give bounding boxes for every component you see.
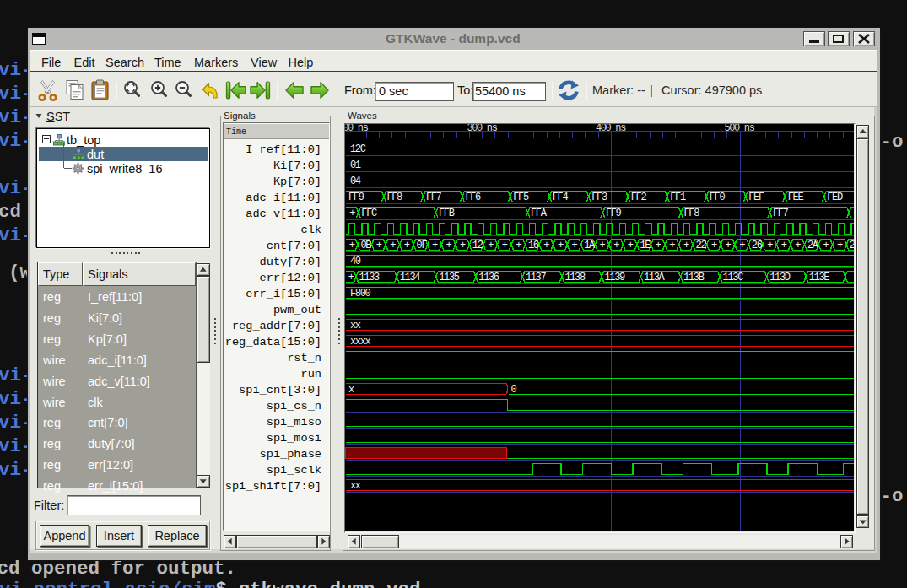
svg-text:200 ns: 200 ns — [345, 124, 369, 134]
svg-text:0B: 0B — [360, 240, 371, 251]
svg-text:113C: 113C — [723, 272, 744, 283]
svg-text:FF0: FF0 — [710, 192, 726, 203]
svg-text:12: 12 — [472, 240, 483, 251]
svg-text:FFA: FFA — [531, 208, 548, 219]
svg-text:1133: 1133 — [359, 272, 381, 283]
svg-text:1138: 1138 — [564, 272, 586, 283]
svg-text:1139: 1139 — [605, 272, 626, 283]
svg-text:04: 04 — [350, 175, 361, 187]
svg-text:FF1: FF1 — [670, 192, 686, 203]
svg-text:400 ns: 400 ns — [596, 124, 626, 134]
svg-text:FFC: FFC — [361, 208, 377, 219]
svg-text:FF8: FF8 — [684, 208, 700, 219]
svg-text:FF7: FF7 — [773, 208, 789, 219]
svg-text:1137: 1137 — [526, 272, 547, 283]
svg-text:1E: 1E — [640, 240, 651, 251]
svg-text:12C: 12C — [350, 143, 366, 155]
svg-text:113A: 113A — [644, 272, 666, 283]
svg-text:113D: 113D — [769, 272, 791, 283]
svg-text:F800: F800 — [350, 288, 371, 299]
svg-text:22: 22 — [696, 240, 707, 251]
svg-text:xx: xx — [350, 320, 361, 332]
svg-text:FF5: FF5 — [513, 192, 529, 203]
svg-text:1134: 1134 — [400, 272, 421, 283]
svg-text:FF4: FF4 — [553, 192, 569, 203]
svg-text:16: 16 — [528, 240, 539, 251]
svg-text:500 ns: 500 ns — [724, 124, 754, 134]
svg-text:113B: 113B — [683, 272, 705, 283]
svg-text:113E: 113E — [809, 272, 830, 283]
svg-text:01: 01 — [350, 159, 361, 171]
svg-text:FF8: FF8 — [386, 192, 402, 203]
svg-text:xx: xx — [350, 480, 361, 492]
svg-text:FED: FED — [827, 192, 843, 203]
svg-text:26: 26 — [752, 240, 763, 251]
svg-text:FF9: FF9 — [606, 208, 622, 219]
svg-text:FF6: FF6 — [465, 192, 481, 203]
svg-text:0F: 0F — [417, 240, 428, 251]
svg-text:FF3: FF3 — [591, 192, 607, 203]
svg-text:FF9: FF9 — [348, 192, 364, 203]
svg-text:FF7: FF7 — [426, 192, 442, 203]
svg-text:2D: 2D — [850, 240, 854, 251]
svg-text:1135: 1135 — [439, 272, 460, 283]
svg-text:xxxx: xxxx — [350, 336, 371, 348]
svg-text:FEF: FEF — [748, 192, 764, 203]
svg-text:FF2: FF2 — [631, 192, 647, 203]
svg-text:300 ns: 300 ns — [467, 124, 497, 134]
svg-text:FEE: FEE — [788, 192, 804, 203]
svg-text:40: 40 — [350, 256, 361, 267]
svg-text:1136: 1136 — [478, 272, 499, 283]
svg-text:FFB: FFB — [439, 208, 455, 219]
